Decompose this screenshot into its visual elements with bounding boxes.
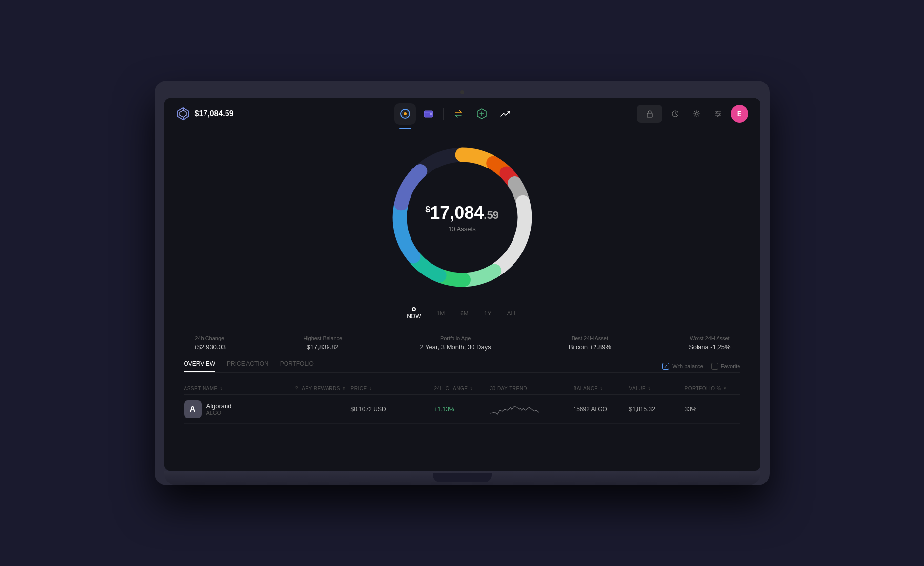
asset-name: Algorand [206, 402, 232, 410]
sort-icon: ⇕ [342, 386, 346, 391]
sort-icon: ⇕ [220, 386, 224, 391]
th-price: PRICE ⇕ [351, 385, 434, 391]
svg-point-19 [716, 111, 717, 112]
stats-row: 24h Change +$2,930.03 Highest Balance $1… [184, 335, 740, 351]
nav-add-button[interactable] [471, 103, 493, 125]
history-button[interactable] [666, 105, 684, 123]
cell-price: $0.1072 USD [351, 406, 434, 413]
donut-value: $17,084.59 [425, 203, 499, 223]
logo-icon [176, 107, 190, 121]
stat-best-asset: Best 24H Asset Bitcoin +2.89% [569, 335, 611, 351]
user-avatar[interactable]: E [731, 105, 748, 123]
time-6m-button[interactable]: 6M [460, 308, 469, 319]
cell-trend [490, 399, 574, 419]
th-portfolio-pct: PORTFOLIO % ▼ [685, 385, 740, 391]
tabs: OVERVIEW PRICE ACTION PORTFOLIO [184, 360, 314, 372]
lock-button[interactable] [637, 105, 662, 123]
svg-point-21 [717, 115, 718, 116]
table-header: ASSET NAME ⇕ ? APY REWARDS ⇕ PRICE ⇕ 24H… [184, 382, 740, 395]
sort-icon: ⇕ [600, 386, 604, 391]
time-1y-button[interactable]: 1Y [484, 308, 492, 319]
svg-marker-1 [180, 110, 186, 117]
sort-icon: ⇕ [470, 386, 473, 391]
table-row[interactable]: A Algorand ALGO $0.1072 USD +1.13% [184, 395, 740, 424]
asset-name-info: Algorand ALGO [206, 402, 232, 416]
svg-point-20 [719, 113, 720, 114]
stat-worst-asset: Worst 24H Asset Solana -1,25% [689, 335, 730, 351]
stat-highest-balance: Highest Balance $17,839.82 [303, 335, 342, 351]
nav-wallet-button[interactable] [418, 103, 439, 125]
tab-overview[interactable]: OVERVIEW [184, 360, 215, 372]
th-30day-trend: 30 DAY TREND [490, 385, 574, 391]
time-now-button[interactable]: NOW [407, 305, 421, 322]
nav-center [274, 103, 637, 125]
svg-rect-13 [647, 113, 652, 117]
settings2-button[interactable] [709, 105, 727, 123]
tab-portfolio[interactable]: PORTFOLIO [280, 360, 314, 372]
header-portfolio-value: $17,084.59 [195, 109, 234, 118]
th-asset-name: ASSET NAME ⇕ [184, 385, 295, 391]
asset-ticker: ALGO [206, 410, 232, 416]
topbar: $17,084.59 [164, 98, 760, 129]
svg-point-15 [695, 112, 698, 115]
stat-portfolio-age: Portfolio Age 2 Year, 3 Month, 30 Days [420, 335, 491, 351]
nav-trending-button[interactable] [494, 103, 516, 125]
th-value: VALUE ⇕ [629, 385, 685, 391]
laptop-notch [433, 473, 492, 482]
tab-nav: OVERVIEW PRICE ACTION PORTFOLIO ✓ With b… [184, 360, 740, 373]
time-1m-button[interactable]: 1M [436, 308, 445, 319]
th-balance: BALANCE ⇕ [574, 385, 629, 391]
svg-point-5 [404, 112, 407, 115]
filter-favorite[interactable]: Favorite [711, 363, 740, 370]
settings1-button[interactable] [688, 105, 705, 123]
th-apy-rewards: ? APY REWARDS ⇕ [295, 385, 351, 391]
nav-swap-button[interactable] [448, 103, 469, 125]
nav-dashboard-button[interactable] [394, 103, 416, 125]
sort-icon: ▼ [723, 386, 727, 391]
donut-center: $17,084.59 10 Assets [425, 203, 499, 232]
svg-rect-8 [430, 113, 432, 115]
chart-section: $17,084.59 10 Assets NOW 1M 6M 1Y [184, 139, 740, 326]
th-24h-change: 24H CHANGE ⇕ [434, 385, 490, 391]
cell-balance: 15692 ALGO [574, 406, 629, 413]
donut-chart: $17,084.59 10 Assets [384, 139, 540, 295]
time-selector: NOW 1M 6M 1Y ALL [407, 301, 517, 326]
tab-price-action[interactable]: PRICE ACTION [227, 360, 268, 372]
asset-icon-algo: A [184, 400, 202, 418]
nav-right: E [637, 105, 748, 123]
nav-divider [443, 108, 444, 120]
logo-area: $17,084.59 [176, 107, 274, 121]
filter-with-balance[interactable]: ✓ With balance [662, 363, 703, 370]
cell-change: +1.13% [434, 406, 490, 413]
time-all-button[interactable]: ALL [507, 308, 517, 319]
asset-table: ASSET NAME ⇕ ? APY REWARDS ⇕ PRICE ⇕ 24H… [184, 382, 740, 424]
asset-info: A Algorand ALGO [184, 400, 295, 418]
sort-icon: ⇕ [648, 386, 652, 391]
main-content: $17,084.59 10 Assets NOW 1M 6M 1Y [164, 129, 760, 471]
stat-24h-change: 24h Change +$2,930.03 [194, 335, 226, 351]
donut-subtitle: 10 Assets [425, 225, 499, 232]
cell-portfolio-pct: 33% [685, 406, 740, 413]
cell-value: $1,815.32 [629, 406, 685, 413]
tab-filters: ✓ With balance Favorite [662, 363, 740, 370]
sort-icon: ⇕ [369, 386, 373, 391]
